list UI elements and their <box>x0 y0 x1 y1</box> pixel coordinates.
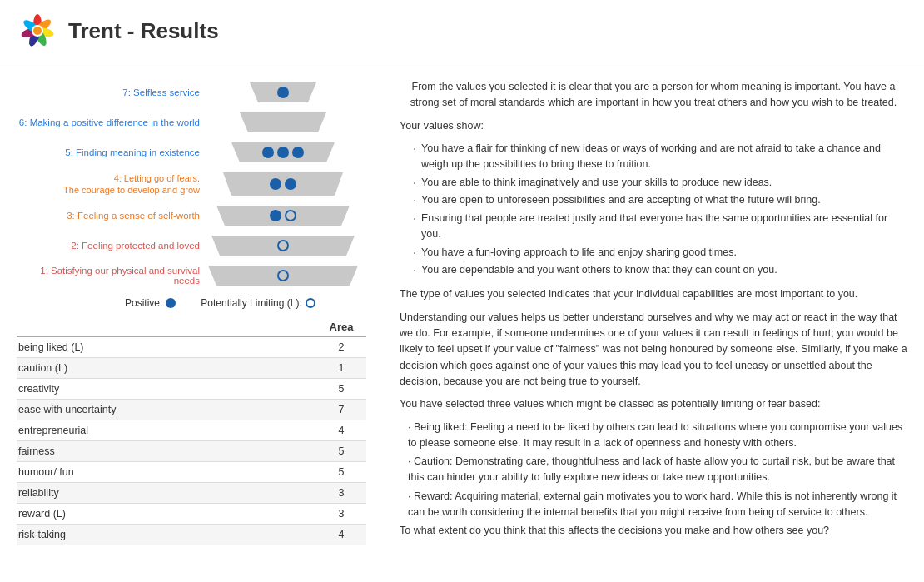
bullet-item: You are open to unforeseen possibilities… <box>413 192 907 208</box>
positive-label: Positive: <box>125 297 162 309</box>
values-table: Area being liked (L) 2 caution (L) 1 cre… <box>17 317 366 545</box>
legend-limiting: Potentially Limiting (L): <box>201 297 315 309</box>
limiting-label: Potentially Limiting (L): <box>201 297 301 309</box>
funnel-row-4: 4: Letting go of fears.The courage to de… <box>17 169 366 199</box>
sub-bullet-item: Reward: Acquiring material, external gai… <box>408 489 907 520</box>
dot-7-1 <box>277 87 289 98</box>
funnel-label-5: 5: Finding meaning in existence <box>17 147 208 157</box>
funnel-label-4: 4: Letting go of fears.The courage to de… <box>17 172 208 196</box>
sub-bullet-item: Being liked: Feeling a need to be liked … <box>408 420 907 451</box>
bullet-item: You are dependable and you want others t… <box>413 262 907 278</box>
table-row: reward (L) 3 <box>17 504 366 525</box>
funnel-row-3: 3: Feeling a sense of self-worth <box>17 202 366 229</box>
dot-3-2 <box>285 210 296 221</box>
dot-1-1 <box>277 270 289 281</box>
right-panel: From the values you selected it is clear… <box>383 71 924 555</box>
svg-point-8 <box>33 27 42 35</box>
row-value: 1 <box>316 362 366 374</box>
table-row: ease with uncertainty 7 <box>17 400 366 420</box>
funnel-label-2: 2: Feeling protected and loved <box>17 241 208 251</box>
row-label: creativity <box>17 383 316 395</box>
bullet-item: You have a flair for thinking of new ide… <box>413 141 907 172</box>
row-label: humour/ fun <box>17 466 316 478</box>
legend-dot-filled <box>166 298 176 308</box>
values-show-label: Your values show: <box>400 118 907 134</box>
three-values-label: You have selected three values which mig… <box>400 396 907 412</box>
values-bullets: You have a flair for thinking of new ide… <box>413 141 907 278</box>
row-label: being liked (L) <box>17 341 316 353</box>
left-panel: 7: Selfless service 6: Making a positive… <box>0 71 383 555</box>
row-label: reliability <box>17 487 316 499</box>
dot-3-1 <box>270 210 281 221</box>
table-row: entrepreneurial 4 <box>17 420 366 441</box>
funnel-label-7: 7: Selfless service <box>17 87 208 97</box>
funnel-chart: 7: Selfless service 6: Making a positive… <box>17 79 366 289</box>
table-row: risk-taking 4 <box>17 525 366 545</box>
funnel-label-1: 1: Satisfying our physical and survival … <box>17 266 208 286</box>
row-value: 2 <box>316 341 366 353</box>
row-value: 5 <box>316 383 366 395</box>
understanding-para: Understanding our values helps us better… <box>400 310 907 390</box>
row-label: fairness <box>17 445 316 457</box>
area-column-header: Area <box>316 321 366 333</box>
page-title: Trent - Results <box>68 18 219 44</box>
funnel-row-1: 1: Satisfying our physical and survival … <box>17 262 366 289</box>
bullet-item: You are able to think imaginatively and … <box>413 175 907 191</box>
row-value: 4 <box>316 425 366 436</box>
row-value: 3 <box>316 487 366 499</box>
funnel-label-6: 6: Making a positive difference in the w… <box>17 117 208 127</box>
legend-dot-outline <box>306 298 315 308</box>
funnel-shape-6 <box>208 109 358 136</box>
row-value: 7 <box>316 404 366 415</box>
header: Trent - Results <box>0 0 924 62</box>
capabilities-note: The type of values you selected indicate… <box>400 286 907 302</box>
row-value: 5 <box>316 466 366 478</box>
dot-5-3 <box>292 147 304 158</box>
row-value: 4 <box>316 529 366 540</box>
bullet-item: You have a fun-loving approach to life a… <box>413 245 907 261</box>
funnel-row-2: 2: Feeling protected and loved <box>17 232 366 259</box>
row-label: ease with uncertainty <box>17 404 316 415</box>
table-row: being liked (L) 2 <box>17 337 366 358</box>
svg-marker-10 <box>240 112 326 132</box>
table-row: reliability 3 <box>17 483 366 504</box>
dot-5-2 <box>277 147 289 158</box>
funnel-row-5: 5: Finding meaning in existence <box>17 139 366 166</box>
dot-4-1 <box>270 178 281 190</box>
intro-text: From the values you selected it is clear… <box>400 79 907 112</box>
table-row: fairness 5 <box>17 441 366 462</box>
table-row: creativity 5 <box>17 379 366 400</box>
table-header: Area <box>17 317 366 337</box>
logo-icon <box>17 10 58 52</box>
row-label: caution (L) <box>17 362 316 374</box>
sub-bullets-container: Being liked: Feeling a need to be liked … <box>400 420 907 520</box>
row-label: reward (L) <box>17 508 316 520</box>
bullet-item: Ensuring that people are treated justly … <box>413 211 907 242</box>
table-body: being liked (L) 2 caution (L) 1 creativi… <box>17 337 366 545</box>
legend: Positive: Potentially Limiting (L): <box>125 297 366 309</box>
funnel-row-6: 6: Making a positive difference in the w… <box>17 109 366 136</box>
sub-bullet-item: Caution: Demonstrating care, thoughtfuln… <box>408 454 907 485</box>
legend-positive: Positive: <box>125 297 176 309</box>
funnel-row-7: 7: Selfless service <box>17 79 366 106</box>
main-content: 7: Selfless service 6: Making a positive… <box>0 62 924 563</box>
closing-para: To what extent do you think that this af… <box>400 523 907 539</box>
table-row: humour/ fun 5 <box>17 462 366 483</box>
dot-2-1 <box>277 240 289 251</box>
dot-5-1 <box>262 147 274 158</box>
dot-4-2 <box>285 178 296 190</box>
row-value: 3 <box>316 508 366 520</box>
funnel-label-3: 3: Feeling a sense of self-worth <box>17 211 208 221</box>
row-label: risk-taking <box>17 529 316 540</box>
row-label: entrepreneurial <box>17 425 316 436</box>
table-row: caution (L) 1 <box>17 358 366 379</box>
row-value: 5 <box>316 445 366 457</box>
